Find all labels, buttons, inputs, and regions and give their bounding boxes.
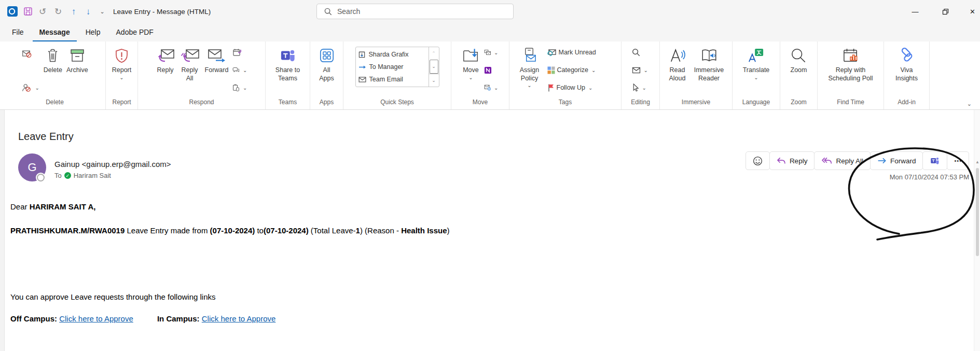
greeting-line: Dear HARIRAM SAIT A, bbox=[10, 202, 95, 211]
customize-qat-button[interactable]: ⌄ bbox=[96, 0, 108, 23]
recipient-name[interactable]: Hariram Sait bbox=[74, 172, 111, 179]
search-input[interactable]: Search bbox=[316, 4, 514, 19]
viva-insights-button[interactable]: Viva Insights bbox=[893, 45, 921, 98]
undo-button[interactable]: ↺ bbox=[35, 0, 50, 23]
sender-name[interactable]: Gainup <gainup.erp@gmail.com> bbox=[54, 160, 171, 169]
tab-message[interactable]: Message bbox=[33, 24, 77, 41]
redo-button[interactable]: ↻ bbox=[51, 0, 65, 23]
block-sender-icon bbox=[21, 83, 32, 92]
title-bar: ↺ ↻ ↑ ↓ ⌄ Leave Entry - Message (HTML) S… bbox=[0, 0, 980, 23]
message-actions-button[interactable]: ⌄ bbox=[482, 81, 500, 94]
scheduling-poll-icon bbox=[842, 48, 860, 63]
quick-steps-scroll-up[interactable]: ⌃ bbox=[429, 47, 439, 60]
reply-all-button[interactable]: Reply All bbox=[177, 45, 202, 98]
all-apps-button[interactable]: All Apps bbox=[316, 45, 337, 98]
find-button[interactable] bbox=[630, 46, 642, 59]
close-icon: ✕ bbox=[970, 8, 975, 16]
reply-all-action-button[interactable]: Reply All bbox=[814, 151, 871, 170]
chat-icon bbox=[232, 66, 240, 74]
chevron-down-icon: ⌄ bbox=[243, 67, 247, 73]
approve-links-line: Off Campus: Click here to Approve In Cam… bbox=[10, 314, 275, 323]
minimize-button[interactable]: — bbox=[905, 0, 926, 23]
zoom-button[interactable]: Zoom bbox=[789, 45, 809, 98]
chevron-down-icon: ⌄ bbox=[35, 85, 39, 91]
onenote-icon bbox=[484, 66, 492, 74]
categorize-button[interactable]: Categorize ⌄ bbox=[546, 64, 598, 76]
tab-file[interactable]: File bbox=[5, 24, 31, 41]
avatar-initial: G bbox=[27, 161, 36, 174]
group-label-add-in: Add-in bbox=[884, 98, 929, 109]
chevron-down-icon: ⌄ bbox=[100, 8, 104, 15]
reply-button[interactable]: Reply bbox=[155, 45, 176, 98]
reply-action-button[interactable]: Reply bbox=[769, 151, 815, 170]
archive-button[interactable]: Archive bbox=[65, 45, 90, 98]
approve-info-line: You can approve Leave requests through t… bbox=[10, 292, 216, 301]
tab-help[interactable]: Help bbox=[79, 24, 107, 41]
ignore-icon bbox=[21, 50, 32, 58]
tab-adobe-pdf[interactable]: Adobe PDF bbox=[109, 24, 160, 41]
leave-entry-line: PRATHISHKUMAR.M/RWA0019 Leave Entry made… bbox=[10, 226, 450, 235]
message-subject: Leave Entry bbox=[18, 131, 74, 143]
mark-unread-button[interactable]: Mark Unread bbox=[546, 46, 598, 59]
search-icon bbox=[324, 8, 332, 16]
move-icon bbox=[462, 48, 480, 63]
reactions-button[interactable] bbox=[746, 151, 770, 170]
meeting-reply-button[interactable] bbox=[231, 46, 249, 59]
restore-button[interactable] bbox=[935, 0, 956, 23]
forward-action-label: Forward bbox=[890, 157, 916, 165]
ribbon-group-move: Move ⌄ ⌄ ⌄ Move bbox=[451, 41, 509, 109]
collapse-ribbon-button[interactable]: ⌄ bbox=[967, 101, 972, 107]
assign-policy-button[interactable]: Assign Policy ⌄ bbox=[515, 45, 545, 98]
reply-action-label: Reply bbox=[790, 157, 808, 165]
follow-up-button[interactable]: Follow Up ⌄ bbox=[546, 81, 595, 94]
save-button[interactable] bbox=[21, 0, 35, 23]
share-to-teams-action-button[interactable] bbox=[922, 151, 947, 170]
vertical-scrollbar[interactable]: ▲ bbox=[974, 110, 980, 351]
quick-step-to-manager[interactable]: To Manager bbox=[358, 61, 426, 73]
in-campus-approve-link[interactable]: Click here to Approve bbox=[202, 314, 276, 323]
categorize-icon bbox=[547, 66, 555, 74]
chevron-down-icon: ⌄ bbox=[119, 75, 123, 80]
im-reply-button[interactable]: ⌄ bbox=[231, 64, 249, 76]
ribbon-group-editing: ⌄ ⌄ Editing bbox=[622, 41, 660, 109]
scrollbar-up-icon[interactable]: ▲ bbox=[975, 160, 979, 164]
report-button[interactable]: Report ⌄ bbox=[111, 45, 133, 98]
forward-button[interactable]: Forward bbox=[203, 45, 230, 98]
more-actions-button[interactable]: ••• bbox=[947, 151, 969, 170]
pane-left-border bbox=[0, 110, 5, 351]
ribbon: ⌄ Delete Archive Delete Report bbox=[0, 41, 980, 110]
block-sender-button[interactable]: ⌄ bbox=[20, 81, 40, 94]
read-aloud-button[interactable]: Read Aloud bbox=[665, 45, 690, 98]
restore-icon bbox=[942, 8, 949, 15]
translate-button[interactable]: Translate ⌄ bbox=[741, 45, 771, 98]
scheduling-poll-button[interactable]: Reply with Scheduling Poll bbox=[821, 45, 881, 98]
share-to-teams-button[interactable]: Share to Teams bbox=[271, 45, 305, 98]
quick-step-team-email[interactable]: Team Email bbox=[358, 74, 426, 85]
onenote-button[interactable] bbox=[482, 64, 500, 76]
rules-button[interactable]: ⌄ bbox=[482, 46, 500, 59]
quick-steps-scroll-down[interactable]: ⌄ bbox=[430, 60, 438, 73]
related-button[interactable]: ⌄ bbox=[630, 64, 650, 76]
move-button[interactable]: Move ⌄ bbox=[461, 45, 481, 98]
move-down-button[interactable]: ↓ bbox=[81, 0, 95, 23]
quick-steps-more-button[interactable]: ⌄ bbox=[429, 74, 439, 87]
chevron-down-icon: ⌄ bbox=[243, 85, 247, 91]
delete-button[interactable]: Delete bbox=[42, 45, 64, 98]
forward-action-button[interactable]: Forward bbox=[870, 151, 923, 170]
select-button[interactable]: ⌄ bbox=[630, 81, 648, 94]
chevron-up-icon: ⌃ bbox=[432, 51, 436, 56]
ribbon-group-teams: Share to Teams Teams bbox=[266, 41, 310, 109]
quick-step-sharda-grafix[interactable]: Sharda Grafix bbox=[358, 49, 426, 60]
window-title: Leave Entry - Message (HTML) bbox=[113, 0, 211, 23]
immersive-reader-button[interactable]: Immersive Reader bbox=[691, 45, 727, 98]
ignore-button[interactable] bbox=[20, 48, 40, 60]
reply-with-app-button[interactable]: ⌄ bbox=[231, 81, 249, 94]
ribbon-group-tags: Assign Policy ⌄ Mark Unread Categorize ⌄ bbox=[509, 41, 622, 109]
off-campus-approve-link[interactable]: Click here to Approve bbox=[59, 314, 133, 323]
scrollbar-thumb[interactable] bbox=[976, 168, 979, 256]
move-up-button[interactable]: ↑ bbox=[66, 0, 81, 23]
delete-icon bbox=[46, 48, 59, 63]
all-apps-icon bbox=[319, 48, 335, 63]
chevron-down-icon: ⌄ bbox=[967, 101, 972, 107]
close-button[interactable]: ✕ bbox=[965, 0, 980, 23]
